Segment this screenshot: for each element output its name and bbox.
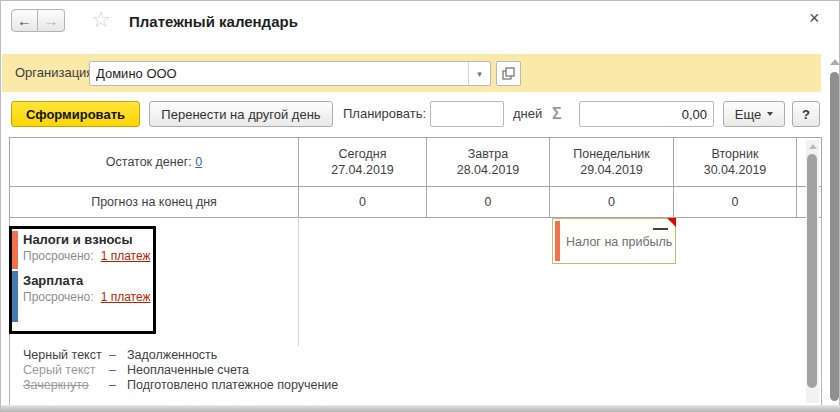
nav-history-group: ← → bbox=[11, 9, 65, 32]
group-overdue-row: Просрочено:1 платеж bbox=[23, 290, 150, 304]
table-scrollbar-up-icon[interactable] bbox=[809, 144, 817, 149]
favorite-star-icon[interactable]: ☆ bbox=[91, 8, 111, 32]
payment-amount-dash bbox=[653, 228, 668, 230]
column-date-label: 28.04.2019 bbox=[457, 162, 520, 178]
organization-dropdown-button[interactable]: ▾ bbox=[468, 62, 490, 85]
move-to-another-day-button[interactable]: Перенести на другой день bbox=[149, 101, 333, 127]
overdue-label: Просрочено: bbox=[23, 249, 94, 263]
overdue-payment-link[interactable]: 1 платеж bbox=[101, 290, 151, 304]
legend: Черный текст – Задолженность Серый текст… bbox=[23, 348, 338, 393]
forecast-value: 0 bbox=[485, 187, 492, 217]
column-day-label: Вторник bbox=[712, 146, 759, 162]
grid-right-border bbox=[821, 217, 822, 406]
plan-days-stepper bbox=[430, 101, 504, 127]
chevron-down-icon bbox=[767, 112, 773, 116]
back-button[interactable]: ← bbox=[11, 9, 38, 32]
forecast-value: 0 bbox=[732, 187, 739, 217]
payment-color-bar bbox=[555, 221, 560, 261]
legend-term-gray: Серый текст bbox=[23, 363, 109, 378]
legend-desc: Подготовлено платежное поручение bbox=[127, 378, 338, 393]
forecast-value-cell[interactable]: 0 bbox=[427, 187, 550, 217]
open-list-icon bbox=[502, 67, 515, 80]
forecast-label-cell: Прогноз на конец дня bbox=[10, 187, 299, 217]
legend-desc: Неоплаченные счета bbox=[127, 363, 249, 378]
forecast-label: Прогноз на конец дня bbox=[91, 187, 217, 217]
group-overdue-row: Просрочено:1 платеж bbox=[23, 249, 150, 263]
column-header-tomorrow[interactable]: Завтра 28.04.2019 bbox=[427, 138, 550, 187]
organization-band: Организация: ▾ bbox=[2, 54, 821, 92]
column-date-label: 30.04.2019 bbox=[704, 162, 767, 178]
column-date-label: 29.04.2019 bbox=[580, 162, 643, 178]
scheduled-payment-cell[interactable]: Налог на прибыль bbox=[552, 218, 676, 264]
overdue-payment-link[interactable]: 1 платеж bbox=[101, 249, 151, 263]
forecast-value: 0 bbox=[359, 187, 366, 217]
page-title: Платежный календарь bbox=[129, 13, 298, 30]
legend-term-strikethrough: Зачеркнуто bbox=[23, 378, 109, 393]
legend-row: Черный текст – Задолженность bbox=[23, 348, 338, 363]
column-day-label: Понедельник bbox=[573, 146, 650, 162]
legend-dash: – bbox=[109, 348, 127, 363]
group-color-bar bbox=[12, 231, 18, 269]
legend-desc: Задолженность bbox=[127, 348, 217, 363]
more-button[interactable]: Еще bbox=[723, 101, 785, 127]
column-header-tuesday[interactable]: Вторник 30.04.2019 bbox=[674, 138, 797, 187]
group-name: Зарплата bbox=[23, 273, 83, 288]
back-arrow-icon: ← bbox=[17, 12, 32, 29]
column-day-label: Сегодня bbox=[339, 146, 387, 162]
calendar-grid: Остаток денег: 0 Сегодня 27.04.2019 Завт… bbox=[9, 137, 822, 218]
more-button-label: Еще bbox=[735, 107, 761, 122]
forward-button[interactable]: → bbox=[38, 9, 65, 32]
payment-name: Налог на прибыль bbox=[566, 235, 672, 249]
column-header-today[interactable]: Сегодня 27.04.2019 bbox=[299, 138, 427, 187]
organization-open-list-button[interactable] bbox=[496, 61, 521, 86]
forecast-row: Прогноз на конец дня 0 0 0 0 bbox=[10, 187, 821, 217]
window-scrollbar-up-icon[interactable] bbox=[830, 59, 840, 65]
group-name: Налоги и взносы bbox=[23, 232, 133, 247]
column-date-label: 27.04.2019 bbox=[331, 162, 394, 178]
balance-header-cell: Остаток денег: 0 bbox=[10, 138, 299, 187]
legend-dash: – bbox=[109, 363, 127, 378]
overdue-label: Просрочено: bbox=[23, 290, 94, 304]
sigma-icon: Σ bbox=[552, 101, 562, 127]
days-label: дней bbox=[513, 101, 542, 127]
balance-label: Остаток денег: bbox=[106, 155, 192, 169]
organization-label: Организация: bbox=[15, 54, 97, 92]
forward-arrow-icon: → bbox=[44, 12, 59, 29]
sum-input[interactable] bbox=[580, 102, 713, 126]
note-corner-icon bbox=[667, 218, 676, 227]
plan-label: Планировать: bbox=[343, 101, 426, 127]
sum-field bbox=[579, 101, 714, 127]
legend-term-black: Черный текст bbox=[23, 348, 109, 363]
chevron-down-icon: ▾ bbox=[477, 69, 482, 79]
grid-header-row: Остаток денег: 0 Сегодня 27.04.2019 Завт… bbox=[10, 138, 821, 187]
bottom-scrollbar[interactable] bbox=[1, 405, 840, 412]
close-icon[interactable]: × bbox=[809, 8, 820, 28]
forecast-value: 0 bbox=[608, 187, 615, 217]
balance-link[interactable]: 0 bbox=[195, 155, 202, 169]
forecast-value-cell[interactable]: 0 bbox=[550, 187, 674, 217]
legend-row: Серый текст – Неоплаченные счета bbox=[23, 363, 338, 378]
legend-dash: – bbox=[109, 378, 127, 393]
grid-column-separator bbox=[298, 217, 299, 346]
window-scrollbar-thumb[interactable] bbox=[830, 72, 839, 401]
organization-field: ▾ bbox=[89, 61, 491, 86]
payment-groups-selected-cell[interactable]: Налоги и взносы Просрочено:1 платеж Зарп… bbox=[9, 226, 156, 334]
generate-button[interactable]: Сформировать bbox=[11, 101, 140, 127]
legend-row: Зачеркнуто – Подготовлено платежное пору… bbox=[23, 378, 338, 393]
group-color-bar bbox=[12, 271, 18, 322]
table-scrollbar-thumb[interactable] bbox=[807, 154, 817, 388]
column-header-monday[interactable]: Понедельник 29.04.2019 bbox=[550, 138, 674, 187]
forecast-value-cell[interactable]: 0 bbox=[674, 187, 797, 217]
column-day-label: Завтра bbox=[468, 146, 509, 162]
help-button[interactable]: ? bbox=[792, 101, 820, 127]
forecast-value-cell[interactable]: 0 bbox=[299, 187, 427, 217]
organization-input[interactable] bbox=[90, 62, 468, 85]
payment-calendar-window: ← → ☆ Платежный календарь × Организация:… bbox=[0, 0, 840, 412]
